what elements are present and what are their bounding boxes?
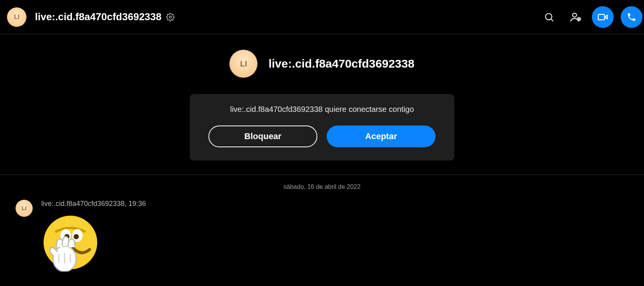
contact-request-avatar[interactable]: LI: [229, 50, 257, 78]
search-icon[interactable]: [540, 8, 558, 26]
video-call-button[interactable]: [592, 6, 614, 28]
accept-button[interactable]: Aceptar: [327, 126, 436, 147]
contact-request-username: live:.cid.f8a470cfd3692338: [268, 57, 414, 70]
date-divider: sábado, 16 de abril de 2022: [0, 183, 644, 190]
chat-header: LI live:.cid.f8a470cfd3692338: [0, 0, 644, 34]
accept-button-label: Aceptar: [365, 131, 397, 141]
message-row: LI live:.cid.f8a470cfd3692338, 19:36: [0, 197, 644, 272]
header-avatar[interactable]: LI: [7, 7, 26, 27]
gear-icon[interactable]: [166, 13, 175, 21]
svg-rect-7: [598, 14, 604, 20]
contact-request-card: live:.cid.f8a470cfd3692338 quiere conect…: [190, 94, 454, 160]
block-button[interactable]: Bloquear: [208, 126, 317, 147]
add-contact-icon[interactable]: [566, 8, 585, 26]
header-title: live:.cid.f8a470cfd3692338: [35, 11, 161, 23]
header-avatar-initials: LI: [14, 14, 19, 21]
block-button-label: Bloquear: [244, 131, 281, 141]
message-avatar-initials: LI: [22, 205, 26, 211]
contact-request-avatar-initials: LI: [240, 59, 247, 68]
contact-request-message: live:.cid.f8a470cfd3692338 quiere conect…: [230, 105, 414, 114]
date-divider-label: sábado, 16 de abril de 2022: [276, 183, 368, 190]
svg-point-3: [573, 13, 577, 17]
message-meta: live:.cid.f8a470cfd3692338, 19:36: [41, 200, 146, 208]
contact-request-userline: LI live:.cid.f8a470cfd3692338: [229, 50, 414, 78]
svg-point-0: [169, 16, 172, 18]
message-avatar[interactable]: LI: [16, 200, 33, 217]
message-body: live:.cid.f8a470cfd3692338, 19:36: [41, 200, 146, 272]
audio-call-button[interactable]: [621, 6, 642, 28]
svg-line-2: [551, 19, 553, 21]
svg-point-12: [74, 234, 79, 239]
svg-point-1: [546, 13, 552, 19]
hi-emoji-icon: [41, 213, 100, 272]
contact-request-section: LI live:.cid.f8a470cfd3692338 live:.cid.…: [0, 34, 644, 175]
contact-request-buttons: Bloquear Aceptar: [208, 126, 436, 147]
